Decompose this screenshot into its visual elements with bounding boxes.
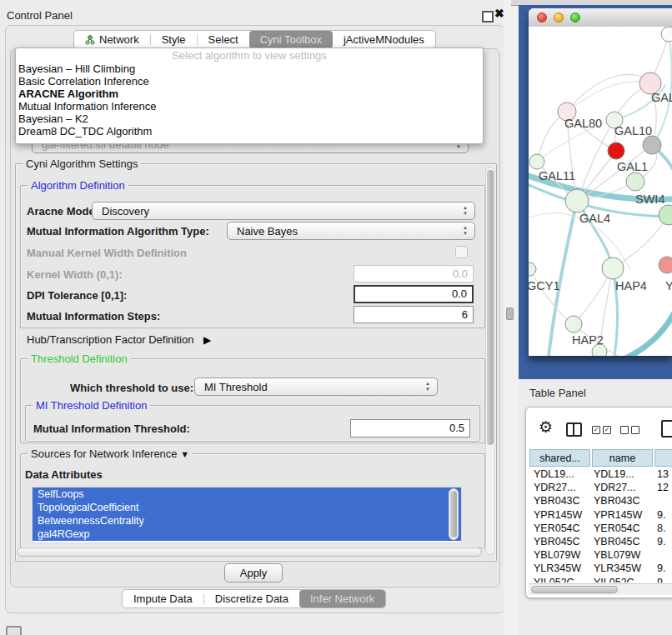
tab-select[interactable]: Select	[198, 31, 249, 48]
network-edge[interactable]	[529, 269, 574, 324]
algorithm-definition-title: Algorithm Definition	[28, 179, 128, 192]
hub-definition-expander[interactable]: Hub/Transcription Factor Definition ▶	[27, 333, 211, 346]
network-node[interactable]	[661, 27, 672, 42]
tab-impute-data[interactable]: Impute Data	[123, 590, 203, 608]
algorithm-option[interactable]: ARACNE Algorithm	[16, 88, 483, 100]
attribute-item[interactable]: BetweennessCentrality	[33, 514, 461, 528]
dpi-tolerance-field[interactable]: 0.0	[354, 285, 474, 303]
network-node-label: SWI4	[635, 192, 664, 206]
select-all-check-icon[interactable]: ✓	[592, 426, 600, 434]
table-cell: YER054C	[534, 522, 580, 534]
network-node-label: Y	[665, 279, 672, 292]
network-node[interactable]	[608, 142, 624, 159]
mi-type-label: Mutual Information Algorithm Type:	[27, 225, 209, 238]
algorithm-option[interactable]: Bayesian – Hill Climbing	[16, 62, 483, 75]
settings-vertical-scrollbar[interactable]	[485, 167, 495, 555]
algorithm-option[interactable]: Mutual Information Inference	[16, 100, 483, 112]
minimize-window-icon[interactable]	[554, 12, 564, 22]
sources-title-text: Sources for Network Inference	[31, 448, 178, 460]
restore-panel-icon[interactable]	[6, 626, 22, 635]
table-row[interactable]: YIL052CYIL052C9	[529, 577, 672, 582]
table-row[interactable]: YBR045CYBR045C9.	[529, 536, 672, 549]
network-node[interactable]	[529, 262, 536, 276]
table-row[interactable]: YER054CYER054C8.	[529, 522, 672, 536]
which-threshold-combobox[interactable]: MI Threshold ▲▼	[194, 378, 438, 396]
table-row[interactable]: YBR043CYBR043C	[529, 495, 672, 508]
tab-label: Style	[162, 33, 186, 46]
table-cell: 13	[657, 468, 669, 480]
manual-kernel-checkbox[interactable]	[455, 246, 468, 258]
table-row[interactable]: YPR145WYPR145W9.	[529, 509, 672, 522]
attributes-list-scrollbar[interactable]	[449, 488, 459, 540]
tab-discretize-data[interactable]: Discretize Data	[204, 590, 299, 608]
network-node[interactable]	[529, 154, 544, 169]
aracne-mode-combobox[interactable]: Discovery ▲▼	[92, 202, 475, 220]
hub-definition-label: Hub/Transcription Factor Definition	[27, 333, 193, 346]
split-pane-handle[interactable]	[506, 308, 514, 320]
float-panel-icon[interactable]	[482, 11, 494, 22]
close-window-icon[interactable]	[537, 12, 547, 22]
table-row[interactable]: YLR345WYLR345W9.	[529, 562, 672, 576]
table-cell: 9.	[657, 536, 665, 548]
network-node-label: GAL11	[539, 169, 575, 182]
attribute-item[interactable]: SelfLoops	[33, 488, 461, 501]
algorithm-option[interactable]: Bayesian – K2	[16, 112, 483, 125]
table-header-cell[interactable]: shared...	[529, 449, 590, 467]
close-icon[interactable]: ✖	[494, 7, 504, 20]
table-row[interactable]: YBL079WYBL079W	[529, 549, 672, 562]
tab-style[interactable]: Style	[151, 31, 197, 48]
data-attributes-list[interactable]: SelfLoopsTopologicalCoefficientBetweenne…	[32, 487, 462, 543]
tab-jactivemnodules[interactable]: jActiveMNodules	[333, 31, 435, 48]
deselect-check-icon[interactable]	[631, 426, 639, 434]
algorithm-option[interactable]: Basic Correlation Inference	[16, 75, 483, 88]
table-row[interactable]: YDR27...YDR27...12	[529, 482, 672, 495]
network-node[interactable]	[565, 189, 589, 212]
table-horizontal-scrollbar[interactable]	[529, 583, 672, 595]
table-cell: 8.	[657, 522, 665, 534]
new-table-icon[interactable]	[661, 420, 672, 438]
tab-cyni-toolbox[interactable]: Cyni Toolbox	[249, 31, 333, 48]
deselect-check-icon[interactable]	[620, 426, 629, 434]
network-node[interactable]	[659, 205, 672, 225]
gear-icon[interactable]: ⚙	[539, 419, 553, 436]
network-edge[interactable]	[567, 82, 650, 112]
tab-label: Select	[208, 33, 238, 46]
table-header-cell[interactable]: name	[592, 449, 653, 467]
network-edge[interactable]	[622, 300, 672, 356]
network-node[interactable]	[602, 258, 624, 279]
network-node[interactable]	[565, 316, 582, 332]
table-cell: YIL052C	[534, 577, 574, 582]
sources-group-title[interactable]: Sources for Network Inference ▼	[28, 448, 193, 460]
table-cell: YLR345W	[534, 562, 581, 574]
threshold-definition-title: Threshold Definition	[28, 352, 131, 365]
mi-type-combobox[interactable]: Naive Bayes ▲▼	[227, 222, 475, 240]
tab-network[interactable]: Network	[74, 31, 150, 48]
aracne-mode-label: Aracne Mode:	[27, 205, 98, 218]
network-node[interactable]	[626, 172, 644, 191]
algorithm-option[interactable]: Dream8 DC_TDC Algorithm	[16, 125, 483, 138]
network-edge[interactable]	[567, 74, 650, 112]
table-cell: 9.	[657, 509, 665, 521]
network-canvas[interactable]: GALGAL80GAL10GAL1GAL11SWI4GAL4GCY1HAP4YH…	[529, 27, 672, 356]
attribute-item[interactable]: gal4RGexp	[33, 528, 461, 541]
table-cell: YPR145W	[534, 509, 582, 521]
network-node[interactable]	[643, 136, 661, 154]
expander-right-icon: ▶	[203, 334, 211, 346]
table-cell: YER054C	[594, 522, 640, 534]
table-row[interactable]: YDL19...YDL19...13	[529, 468, 672, 482]
mi-threshold-field[interactable]: 0.5	[350, 419, 470, 438]
kernel-width-field[interactable]: 0.0	[354, 265, 474, 282]
mi-steps-field[interactable]: 6	[354, 306, 474, 323]
settings-horizontal-scrollbar[interactable]	[17, 548, 482, 557]
columns-icon[interactable]	[566, 422, 582, 437]
tab-label: Infer Network	[310, 592, 374, 605]
tab-infer-network[interactable]: Infer Network	[299, 590, 385, 608]
table-header-cell[interactable]: A	[654, 449, 672, 467]
apply-button[interactable]: Apply	[224, 563, 283, 582]
network-node[interactable]	[659, 257, 672, 273]
network-window-titlebar[interactable]	[529, 8, 672, 28]
zoom-window-icon[interactable]	[570, 12, 580, 22]
attribute-item[interactable]: TopologicalCoefficient	[33, 501, 461, 514]
table-body: YDL19...YDL19...13YDR27...YDR27...12YBR0…	[529, 468, 672, 582]
select-all-check-icon[interactable]: ✓	[603, 426, 611, 434]
